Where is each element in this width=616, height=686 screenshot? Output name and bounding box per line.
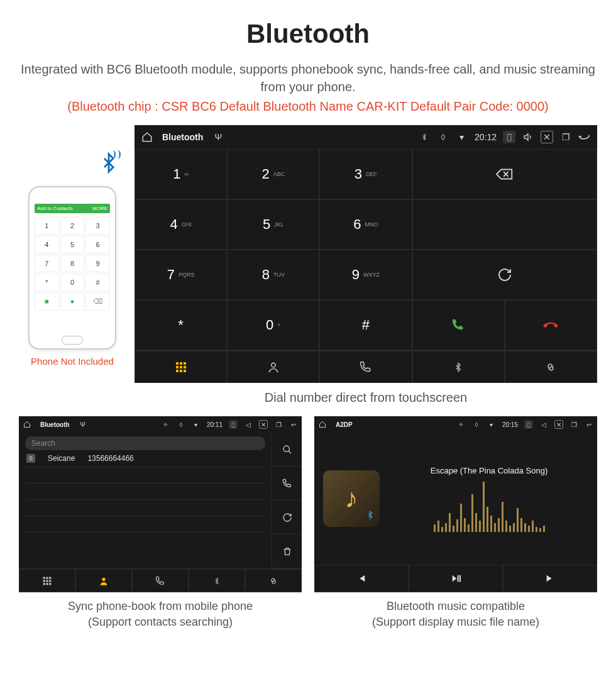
sync-icon[interactable] xyxy=(272,501,302,534)
camera-icon[interactable]: ⌷ xyxy=(229,420,238,429)
nav-pair[interactable] xyxy=(505,351,597,383)
key-hash[interactable]: # xyxy=(319,300,412,350)
dialer-panel: Bluetooth Ψ ◊ ▾ 20:12 ⌷ ✕ ❐ xyxy=(135,125,597,405)
nav-recent[interactable] xyxy=(319,351,412,383)
recent-apps-icon[interactable]: ❐ xyxy=(569,420,578,429)
dialer-headunit: Bluetooth Ψ ◊ ▾ 20:12 ⌷ ✕ ❐ xyxy=(135,125,597,383)
key-9[interactable]: 9WXYZ xyxy=(319,250,412,300)
phone-mock-column: ⦘⦘ Add to Contacts MORE 123 456 789 *0# … xyxy=(19,150,126,367)
volume-icon[interactable] xyxy=(522,131,534,143)
close-app-icon[interactable]: ✕ xyxy=(259,420,268,429)
contacts-headunit: Bluetooth Ψ ⟡ ◊ ▾ 20:11 ⌷ ◁ ✕ ❐ ↩ Search xyxy=(19,416,302,592)
phone-keypad: 123 456 789 *0# ■●⌫ xyxy=(35,217,110,311)
home-icon[interactable] xyxy=(141,131,153,143)
hangup-button[interactable] xyxy=(505,300,597,350)
home-icon[interactable] xyxy=(318,420,327,429)
location-icon: ◊ xyxy=(437,131,449,143)
status-time: 20:15 xyxy=(502,421,518,428)
nav-contacts[interactable] xyxy=(227,351,319,383)
dialer-caption: Dial number direct from touchscreen xyxy=(265,390,467,405)
status-time: 20:12 xyxy=(475,132,497,142)
prev-track-button[interactable] xyxy=(314,565,409,592)
camera-icon[interactable]: ⌷ xyxy=(503,131,515,143)
location-icon: ◊ xyxy=(177,420,185,429)
key-star[interactable]: * xyxy=(135,300,227,350)
volume-icon[interactable]: ◁ xyxy=(244,420,253,429)
close-app-icon[interactable]: ✕ xyxy=(541,131,553,143)
status-title: A2DP xyxy=(336,421,353,428)
back-icon[interactable] xyxy=(578,131,591,143)
key-1[interactable]: 1∞ xyxy=(135,149,227,199)
recent-apps-icon[interactable]: ❐ xyxy=(559,131,572,143)
svg-rect-4 xyxy=(459,575,461,582)
wifi-icon: ▾ xyxy=(487,420,496,429)
bluetooth-status-icon: ⟡ xyxy=(162,420,170,429)
empty-cell xyxy=(412,199,597,250)
status-title: Bluetooth xyxy=(40,421,70,428)
contact-row[interactable]: S Seicane 13566664466 xyxy=(25,450,265,467)
next-track-button[interactable] xyxy=(503,565,597,592)
call-button[interactable] xyxy=(412,300,505,350)
music-caption: Bluetooth music compatible (Support disp… xyxy=(372,599,539,630)
equalizer xyxy=(390,482,588,532)
key-3[interactable]: 3DEF xyxy=(319,149,412,199)
nav-bluetooth[interactable] xyxy=(412,351,505,383)
nav-keypad[interactable] xyxy=(135,351,227,383)
key-6[interactable]: 6MNO xyxy=(319,199,412,250)
key-8[interactable]: 8TUV xyxy=(227,250,319,300)
contact-number: 13566664466 xyxy=(87,454,133,463)
search-icon[interactable] xyxy=(272,433,302,467)
close-app-icon[interactable]: ✕ xyxy=(554,420,563,429)
search-input[interactable]: Search xyxy=(25,436,265,450)
bluetooth-status-icon: ⟡ xyxy=(457,420,466,429)
contact-name: Seicane xyxy=(48,454,75,463)
album-art xyxy=(323,470,380,527)
music-controls xyxy=(314,565,597,592)
call-icon[interactable] xyxy=(272,467,302,501)
nav-recent[interactable] xyxy=(132,569,189,592)
contacts-caption: Sync phone-book from mobile phone (Suppo… xyxy=(68,599,253,630)
status-bar: A2DP ⟡ ◊ ▾ 20:15 ⌷ ◁ ✕ ❐ ↩ xyxy=(314,416,597,433)
nav-contacts[interactable] xyxy=(75,569,132,592)
bluetooth-icon: ⦘⦘ xyxy=(98,150,119,181)
key-2[interactable]: 2ABC xyxy=(227,149,319,199)
redial-button[interactable] xyxy=(412,250,597,300)
svg-point-1 xyxy=(283,446,289,451)
key-0[interactable]: 0+ xyxy=(227,300,319,350)
key-7[interactable]: 7PQRS xyxy=(135,250,227,300)
page-subtitle: Integrated with BC6 Bluetooth module, su… xyxy=(19,60,597,96)
contacts-panel: Bluetooth Ψ ⟡ ◊ ▾ 20:11 ⌷ ◁ ✕ ❐ ↩ Search xyxy=(19,416,302,630)
wifi-icon: ▾ xyxy=(192,420,201,429)
backspace-button[interactable] xyxy=(412,149,597,199)
nav-pair[interactable] xyxy=(245,569,302,592)
music-headunit: A2DP ⟡ ◊ ▾ 20:15 ⌷ ◁ ✕ ❐ ↩ xyxy=(314,416,597,592)
recent-apps-icon[interactable]: ❐ xyxy=(274,420,283,429)
nav-bluetooth[interactable] xyxy=(189,569,245,592)
delete-icon[interactable] xyxy=(272,534,302,568)
bluetooth-meta-info: (Bluetooth chip : CSR BC6 Default Blueto… xyxy=(19,99,597,114)
status-bar: Bluetooth Ψ ⟡ ◊ ▾ 20:11 ⌷ ◁ ✕ ❐ ↩ xyxy=(19,416,302,433)
bluetooth-icon xyxy=(366,510,375,522)
volume-icon[interactable]: ◁ xyxy=(539,420,548,429)
status-bar: Bluetooth Ψ ◊ ▾ 20:12 ⌷ ✕ ❐ xyxy=(135,125,597,149)
dialer-bottom-nav xyxy=(135,350,597,383)
contacts-side-actions xyxy=(272,433,302,568)
dialer-keypad: 1∞ 2ABC 3DEF 4GHI 5JKL 6MNO 7PQRS 8TUV 9… xyxy=(135,149,597,350)
key-4[interactable]: 4GHI xyxy=(135,199,227,250)
back-icon[interactable]: ↩ xyxy=(585,420,593,429)
song-title: Escape (The Pina Colada Song) xyxy=(431,466,547,475)
home-icon[interactable] xyxy=(23,420,31,429)
nav-keypad[interactable] xyxy=(19,569,75,592)
back-icon[interactable]: ↩ xyxy=(289,420,298,429)
play-pause-button[interactable] xyxy=(409,565,503,592)
phone-caption: Phone Not Included xyxy=(31,356,114,367)
contacts-bottom-nav xyxy=(19,568,302,592)
camera-icon[interactable]: ⌷ xyxy=(524,420,533,429)
location-icon: ◊ xyxy=(472,420,481,429)
svg-point-0 xyxy=(271,363,275,367)
usb-icon: Ψ xyxy=(79,420,87,429)
key-5[interactable]: 5JKL xyxy=(227,199,319,250)
wifi-icon: ▾ xyxy=(456,131,468,143)
usb-icon: Ψ xyxy=(212,131,224,143)
letter-badge: S xyxy=(26,454,35,463)
